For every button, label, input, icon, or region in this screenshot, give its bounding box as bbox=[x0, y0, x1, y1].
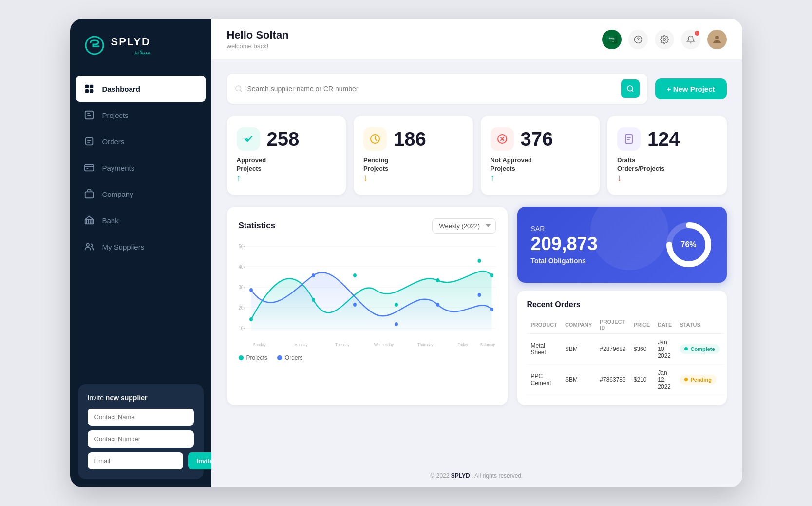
col-company: COMPANY bbox=[561, 316, 596, 334]
svg-point-38 bbox=[395, 303, 398, 307]
search-input[interactable] bbox=[247, 85, 616, 93]
greeting-text: Hello Soltan bbox=[227, 29, 289, 41]
legend-projects-dot bbox=[239, 355, 244, 360]
obligations-label: Total Obligations bbox=[531, 257, 598, 265]
bottom-grid: Statistics Weekly (2022) Monthly (2022) … bbox=[227, 207, 727, 405]
search-bar bbox=[227, 74, 647, 104]
sidebar-item-label-company: Company bbox=[102, 190, 133, 198]
avatar-button[interactable] bbox=[707, 30, 727, 49]
sidebar-nav: Dashboard Projects Orders bbox=[70, 70, 211, 376]
projects-icon bbox=[84, 110, 94, 120]
svg-point-14 bbox=[627, 86, 633, 91]
order-product-1: Metal Sheet bbox=[527, 333, 561, 364]
svg-text:20k: 20k bbox=[239, 305, 245, 311]
sidebar-item-payments[interactable]: Payments bbox=[70, 155, 211, 181]
pending-icon bbox=[369, 133, 381, 145]
sidebar: SPLYD سبلايد Dashboard bbox=[70, 19, 211, 487]
orders-icon bbox=[84, 136, 94, 147]
avatar-icon bbox=[711, 34, 723, 45]
order-date-1: Jan 10, 2022 bbox=[654, 333, 676, 364]
sidebar-item-bank[interactable]: Bank bbox=[70, 207, 211, 234]
approved-trend-icon: ↑ bbox=[237, 173, 241, 183]
svg-point-47 bbox=[477, 293, 481, 297]
help-button[interactable] bbox=[628, 30, 648, 49]
svg-point-43 bbox=[311, 273, 315, 277]
legend-orders-dot bbox=[277, 355, 282, 360]
not-approved-trend-icon: ↑ bbox=[491, 173, 495, 183]
dashboard-icon bbox=[84, 83, 94, 94]
drafts-icon bbox=[623, 133, 635, 145]
svg-point-12 bbox=[715, 36, 719, 39]
bell-icon bbox=[686, 35, 695, 44]
sidebar-item-dashboard[interactable]: Dashboard bbox=[76, 76, 206, 102]
svg-text:Wednesday: Wednesday bbox=[374, 342, 394, 347]
pending-trend-icon: ↓ bbox=[363, 173, 368, 183]
pending-number: 186 bbox=[394, 129, 426, 149]
header-actions: 🇸🇦 bbox=[602, 30, 727, 49]
svg-point-46 bbox=[436, 303, 439, 307]
sidebar-item-label-suppliers: My Suppliers bbox=[102, 243, 145, 251]
orders-title: Recent Orders bbox=[527, 300, 717, 309]
search-icon bbox=[235, 85, 243, 93]
svg-rect-5 bbox=[85, 138, 93, 145]
svg-text:Saturday: Saturday bbox=[480, 342, 495, 347]
drafts-icon-wrap bbox=[617, 127, 641, 151]
sidebar-item-label-bank: Bank bbox=[102, 216, 119, 225]
new-project-button[interactable]: + New Project bbox=[655, 78, 727, 99]
approved-icon bbox=[243, 133, 254, 145]
svg-point-39 bbox=[436, 278, 439, 282]
status-badge-complete: Complete bbox=[680, 344, 719, 354]
order-price-1: $360 bbox=[630, 333, 654, 364]
svg-text:Friday: Friday bbox=[457, 342, 468, 347]
period-select[interactable]: Weekly (2022) Monthly (2022) Yearly (202… bbox=[432, 218, 496, 234]
bank-icon bbox=[84, 215, 94, 226]
col-project-id: PROJECT ID bbox=[596, 316, 629, 334]
footer-text: © 2022 bbox=[431, 472, 450, 479]
header-greeting: Hello Soltan welcome back! bbox=[227, 29, 289, 50]
stat-card-drafts: 124 Drafts Orders/Projects ↓ bbox=[607, 116, 727, 195]
col-status: STATUS bbox=[676, 316, 723, 334]
contact-number-input[interactable] bbox=[88, 430, 194, 448]
logo: SPLYD سبلايد bbox=[70, 19, 211, 70]
company-icon bbox=[84, 189, 94, 199]
order-status-2: Pending bbox=[676, 364, 723, 395]
sidebar-item-my-suppliers[interactable]: My Suppliers bbox=[70, 234, 211, 260]
header: Hello Soltan welcome back! 🇸🇦 bbox=[211, 19, 742, 60]
sidebar-item-projects[interactable]: Projects bbox=[70, 102, 211, 128]
svg-point-42 bbox=[249, 288, 253, 292]
notifications-button[interactable]: 1 bbox=[681, 30, 700, 49]
sidebar-item-label-projects: Projects bbox=[102, 111, 129, 119]
not-approved-icon bbox=[496, 133, 508, 145]
svg-text:Tuesday: Tuesday bbox=[335, 342, 350, 347]
flag-button[interactable]: 🇸🇦 bbox=[602, 30, 622, 49]
order-project-id-1: #2879689 bbox=[596, 333, 629, 364]
donut-percentage: 76% bbox=[680, 240, 696, 249]
legend-orders: Orders bbox=[277, 354, 303, 361]
svg-text:Monday: Monday bbox=[294, 342, 308, 347]
orders-table-body: Metal Sheet SBM #2879689 $360 Jan 10, 20… bbox=[527, 333, 724, 395]
svg-point-45 bbox=[395, 322, 398, 326]
svg-point-11 bbox=[663, 38, 665, 40]
logo-text: SPLYD سبلايد bbox=[111, 36, 151, 56]
approved-label: Approved Projects bbox=[237, 156, 337, 173]
svg-point-37 bbox=[353, 273, 357, 277]
sidebar-item-company[interactable]: Company bbox=[70, 181, 211, 207]
email-input[interactable] bbox=[88, 452, 183, 469]
sidebar-item-orders[interactable]: Orders bbox=[70, 128, 211, 155]
svg-text:30k: 30k bbox=[239, 285, 245, 290]
search-submit-button[interactable] bbox=[621, 79, 640, 98]
footer-rights: . All rights reserved. bbox=[472, 472, 523, 479]
statistics-chart: 50k 40k 30k 20k 10k Sunday Monday Tuesda… bbox=[239, 241, 496, 349]
svg-rect-3 bbox=[89, 89, 93, 93]
sidebar-item-label-orders: Orders bbox=[102, 137, 125, 146]
svg-point-13 bbox=[236, 86, 241, 91]
approved-trend: ↑ bbox=[237, 173, 337, 183]
obligations-info: SAR 209,873 Total Obligations bbox=[531, 225, 598, 265]
svg-point-40 bbox=[477, 259, 481, 263]
status-badge-pending: Pending bbox=[680, 375, 716, 385]
order-status-1: Complete bbox=[676, 333, 723, 364]
settings-button[interactable] bbox=[655, 30, 674, 49]
chart-legend: Projects Orders bbox=[239, 354, 496, 361]
contact-name-input[interactable] bbox=[88, 409, 194, 426]
donut-chart: 76% bbox=[664, 220, 713, 269]
